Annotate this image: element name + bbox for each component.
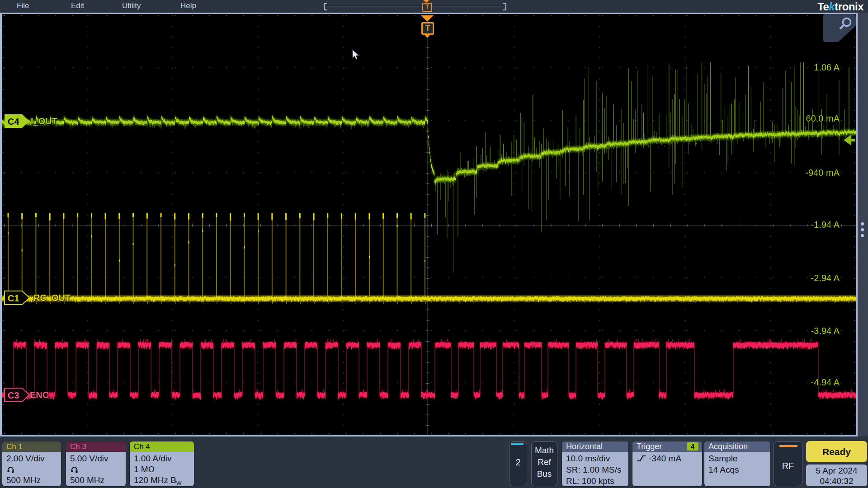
ref-label: Ref [532, 457, 557, 467]
date-value: 5 Apr 2024 [806, 465, 867, 476]
acquisition-mode: Sample [708, 453, 766, 464]
channel2-color-stripe [511, 443, 524, 445]
horizontal-scale: 10.0 ms/div [566, 453, 624, 464]
oscilloscope-screen: File Edit Utility Help T Tektronix T [0, 0, 868, 488]
results-drawer-handle[interactable] [861, 220, 864, 240]
trigger-panel[interactable]: Trigger 4 -340 mA [632, 441, 702, 486]
menu-item-file[interactable]: File [17, 1, 29, 10]
menu-item-edit[interactable]: Edit [71, 1, 84, 10]
menu-item-help[interactable]: Help [180, 1, 196, 10]
record-view-right-bracket [503, 3, 506, 10]
channel3-badge-shape: C3 [4, 388, 30, 402]
record-view-left-bracket [324, 3, 327, 10]
axis-label-1: 60.0 mA [806, 113, 840, 124]
channel4-bandwidth: 120 MHz BW [134, 475, 190, 486]
trigger-marker-t-icon: T [421, 22, 434, 35]
channel1-scale: 2.00 V/div [6, 453, 57, 464]
channel3-badge[interactable]: Ch 3 5.00 V/div 500 MHz [66, 441, 126, 486]
channel3-scale: 5.00 V/div [70, 453, 122, 464]
rf-badge-collapsed[interactable]: RF [774, 441, 802, 486]
acquisition-panel-body: Sample 14 Acqs [704, 452, 770, 476]
menu-item-utility[interactable]: Utility [122, 1, 141, 10]
channel4-scale: 1.00 A/div [134, 453, 190, 464]
axis-label-4: -2.94 A [811, 273, 840, 283]
axis-label-3: -1.94 A [811, 220, 840, 230]
trigger-level-arrow-icon [844, 135, 851, 145]
math-label: Math [532, 446, 557, 455]
channel2-label: 2 [509, 457, 527, 468]
channel1-badge[interactable]: Ch 1 2.00 V/div 500 MHz [2, 441, 61, 486]
channel1-badge-body: 2.00 V/div 500 MHz [2, 452, 61, 486]
channel4-badge-body: 1.00 A/div 1 MΩ 120 MHz BW [130, 452, 194, 486]
trigger-source-badge: 4 [687, 442, 698, 450]
channel3-badge-body: 5.00 V/div 500 MHz [66, 452, 126, 486]
axis-label-2: -940 mA [805, 168, 840, 178]
horizontal-panel-body: 10.0 ms/div SR: 1.00 MS/s RL: 100 kpts [562, 452, 628, 486]
waveform-display: T C4 I_OUT C1 RC_OUT C3 ENC 1.06 A [2, 14, 856, 435]
rf-label: RF [774, 461, 802, 471]
channel4-badge-shape: C4 [4, 114, 30, 128]
svg-text:C3: C3 [8, 390, 19, 400]
trigger-level-value: -340 mA [649, 454, 681, 463]
channel4-plot-badge[interactable]: C4 [4, 114, 30, 128]
svg-text:C4: C4 [8, 117, 19, 127]
rising-edge-icon [637, 454, 646, 462]
bw-limit-label: BW [170, 475, 181, 485]
trigger-marker-arrow-icon [421, 15, 434, 22]
channel1-plot-badge[interactable]: C1 [4, 291, 30, 305]
channel3-probe-row [70, 464, 122, 475]
probe-icon [6, 465, 15, 474]
channel4-trace-name: I_OUT [31, 116, 57, 127]
rf-color-stripe [779, 445, 797, 447]
channel1-trace-name: RC_OUT [33, 293, 71, 303]
channel2-badge-collapsed[interactable]: 2 [509, 441, 527, 486]
trigger-panel-title: Trigger 4 [632, 441, 702, 452]
acquisition-panel-title: Acquisition [704, 441, 770, 452]
channel4-impedance: 1 MΩ [134, 464, 190, 475]
acquisition-panel[interactable]: Acquisition Sample 14 Acqs [704, 441, 770, 486]
acquisition-count: 14 Acqs [708, 464, 766, 475]
channel3-trace-name: ENC [30, 390, 49, 400]
datetime-panel: 5 Apr 2024 04:40:32 [806, 465, 867, 486]
axis-label-0: 1.06 A [814, 62, 840, 73]
channel3-plot-badge[interactable]: C3 [4, 388, 30, 402]
trigger-panel-body: -340 mA [632, 452, 702, 465]
channel1-bandwidth: 500 MHz [6, 475, 57, 486]
channel4-badge-header: Ch 4 [130, 441, 194, 452]
axis-label-6: -4.94 A [811, 377, 840, 388]
axis-label-5: -3.94 A [811, 326, 840, 336]
horizontal-panel[interactable]: Horizontal 10.0 ms/div SR: 1.00 MS/s RL:… [562, 441, 628, 486]
horizontal-record-length: RL: 100 kpts [566, 475, 624, 486]
channel3-badge-header: Ch 3 [66, 441, 126, 452]
horizontal-panel-title: Horizontal [562, 441, 628, 452]
magnifier-icon [838, 16, 853, 32]
waveform-canvas[interactable] [2, 14, 856, 435]
trigger-marker-tail-icon [424, 34, 430, 38]
tektronix-logo: Tektronix [817, 0, 863, 13]
bus-label: Bus [532, 469, 557, 479]
acquisition-status-indicator: Ready [806, 441, 867, 462]
horizontal-position-slider-track [326, 6, 504, 6]
channel1-badge-header: Ch 1 [2, 441, 61, 452]
channel1-badge-shape: C1 [4, 291, 30, 305]
channel3-bandwidth: 500 MHz [70, 475, 122, 486]
trigger-level-arrow-stem [851, 139, 855, 141]
slider-handle-t-icon: T [422, 3, 432, 12]
time-value: 04:40:32 [806, 476, 867, 486]
math-ref-bus-button[interactable]: Math Ref Bus [531, 441, 557, 486]
channel1-probe-row [6, 464, 57, 475]
right-side-panel [858, 13, 868, 436]
horizontal-sample-rate: SR: 1.00 MS/s [566, 464, 624, 475]
svg-text:C1: C1 [8, 293, 19, 303]
probe-icon [70, 465, 79, 474]
menu-bar: File Edit Utility Help T Tektronix [0, 0, 868, 13]
channel4-badge[interactable]: Ch 4 1.00 A/div 1 MΩ 120 MHz BW [130, 441, 194, 486]
